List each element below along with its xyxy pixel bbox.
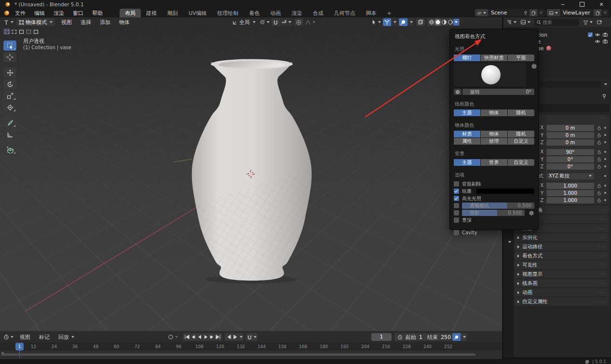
outline-color-swatch[interactable] [476, 189, 534, 194]
menu-item[interactable]: 编辑 [30, 9, 49, 17]
animate-dot[interactable] [604, 141, 606, 143]
scene-name[interactable]: Scene [488, 10, 522, 16]
new-view-layer-button[interactable] [594, 9, 601, 16]
gear-icon[interactable] [531, 63, 537, 69]
proportional-falloff-selector[interactable] [303, 18, 317, 26]
workspace-tab[interactable]: 着色 [244, 9, 265, 17]
lock-icon[interactable] [597, 164, 602, 169]
collapsed-panel-header[interactable]: 线条画 [515, 279, 609, 287]
outliner-display-mode[interactable] [504, 18, 518, 26]
new-scene-button[interactable] [530, 9, 537, 16]
workspace-tab[interactable]: 布局 [120, 9, 141, 17]
tool-annotate[interactable] [3, 118, 16, 128]
animate-dot[interactable] [604, 199, 606, 201]
menu-item[interactable]: 帮助 [88, 9, 107, 17]
tool-transform[interactable] [3, 102, 16, 112]
shading-rendered-button[interactable] [447, 19, 453, 26]
menu-item[interactable]: 渲染 [49, 9, 68, 17]
xray-slider[interactable]: 透视模式0.500 [462, 202, 534, 209]
playhead-marker[interactable]: 1 [15, 343, 24, 351]
outline-checkbox[interactable] [454, 189, 459, 194]
menu-item[interactable]: 窗口 [68, 9, 88, 17]
select-mode-invert[interactable] [25, 28, 32, 35]
object-color-option[interactable]: 属性 [454, 138, 480, 145]
cavity-checkbox[interactable] [454, 230, 459, 235]
shadow-slider[interactable]: 阴影0.500 [462, 210, 525, 216]
panel-grip-icon[interactable] [599, 217, 606, 222]
panel-grip-icon[interactable] [599, 254, 606, 258]
value-field[interactable]: 0° [546, 156, 594, 162]
xray-toggle[interactable] [416, 18, 425, 26]
lock-icon[interactable] [597, 157, 602, 162]
sync-dropdown[interactable] [461, 333, 467, 341]
keying-chevron[interactable] [240, 336, 243, 338]
collapsed-panel-header[interactable]: 可见性 [515, 261, 609, 269]
lock-icon[interactable] [597, 183, 602, 189]
transform-orientation-selector[interactable]: 全局 [231, 18, 258, 26]
workspace-tab[interactable]: UV编辑 [183, 9, 212, 17]
wire-color-option[interactable]: 主题 [454, 109, 480, 116]
workspace-tab[interactable]: 渲染 [286, 9, 308, 17]
properties-filter-dropdown[interactable] [601, 81, 609, 88]
view-layer-browse-button[interactable] [547, 9, 560, 16]
view-layer-name[interactable]: ViewLayer [560, 10, 594, 16]
end-value[interactable]: 250 [441, 334, 451, 340]
magnet-icon[interactable] [247, 335, 252, 340]
workspace-tab[interactable]: 雕刻 [162, 9, 183, 17]
lock-icon[interactable] [597, 149, 602, 155]
value-field[interactable]: 90° [546, 149, 594, 155]
new-collection-button[interactable] [595, 18, 604, 26]
outliner-search-input[interactable] [542, 19, 577, 26]
animate-dot[interactable] [604, 151, 606, 153]
select-mode-new[interactable] [3, 28, 10, 35]
collection-checkbox[interactable] [588, 32, 593, 37]
collapsed-panel-header[interactable]: 运动路径 [515, 243, 609, 251]
step-forward-button[interactable] [232, 334, 238, 340]
snap-chevron[interactable] [254, 336, 257, 338]
pin-icon[interactable] [522, 9, 530, 16]
start-value[interactable]: 1 [419, 334, 422, 340]
timeline-menu-item[interactable]: 标记 [35, 333, 54, 341]
playback-menu-chevron[interactable] [71, 336, 74, 338]
viewport-menu-item[interactable]: 物体 [115, 18, 134, 27]
animate-dot[interactable] [604, 134, 606, 136]
backface-culling-checkbox[interactable] [454, 181, 459, 187]
wire-color-option[interactable]: 物体 [481, 109, 507, 116]
proportional-editing-toggle[interactable] [295, 18, 303, 26]
panel-grip-icon[interactable] [599, 281, 606, 286]
outliner-filter-id-type[interactable] [518, 18, 532, 26]
lighting-option[interactable]: 棚灯 [454, 54, 480, 61]
tool-cursor[interactable] [3, 52, 16, 62]
collapsed-panel-header[interactable]: 视图显示 [515, 270, 609, 278]
object-color-option[interactable]: 物体 [481, 131, 507, 137]
viewport-menu-item[interactable]: 选择 [76, 18, 95, 27]
shading-dropdown[interactable] [453, 19, 459, 26]
workspace-tab[interactable]: 几何节点 [329, 9, 361, 17]
value-field[interactable]: 1.000 [546, 183, 594, 189]
specular-lighting-checkbox[interactable] [454, 196, 459, 201]
snap-settings[interactable] [280, 18, 293, 26]
workspace-tab[interactable]: 动画 [265, 9, 286, 17]
close-button[interactable]: ✕ [592, 0, 611, 9]
panel-grip-icon[interactable] [599, 235, 606, 240]
eye-icon[interactable] [595, 39, 600, 44]
lighting-option[interactable]: 平面 [508, 54, 534, 61]
tool-rotate[interactable] [3, 79, 16, 89]
panel-grip-icon[interactable] [599, 244, 606, 249]
studiolight-preview[interactable] [454, 63, 526, 87]
rotation-slider[interactable]: 旋转0° [462, 89, 534, 95]
value-field[interactable]: 0° [546, 163, 594, 170]
object-type-visibility[interactable] [369, 18, 383, 26]
world-rotation-icon[interactable] [454, 89, 462, 95]
animate-dot[interactable] [604, 192, 606, 194]
previous-keyframe-button[interactable] [190, 334, 196, 340]
material-icon[interactable] [546, 46, 551, 51]
panel-grip-icon[interactable] [599, 299, 606, 304]
maximize-button[interactable] [572, 0, 592, 9]
timeline-menu-item[interactable]: 回放 [54, 333, 73, 341]
viewport-menu-item[interactable]: 视图 [57, 18, 76, 27]
collapsed-panel-header[interactable]: 动画 [515, 288, 609, 297]
outliner-search[interactable] [534, 19, 579, 26]
gizmos-dropdown[interactable] [391, 18, 397, 26]
eye-icon[interactable] [595, 32, 600, 38]
